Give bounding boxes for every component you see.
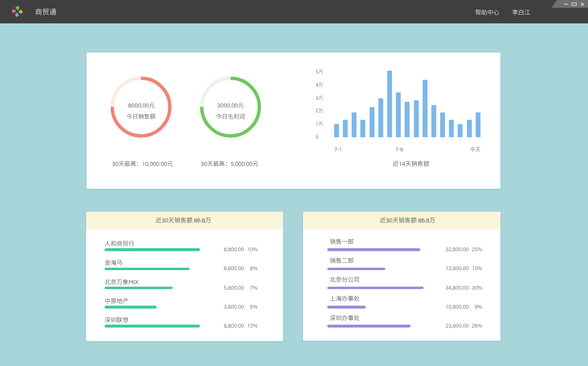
row-bar [105,248,200,251]
bar [449,120,454,138]
sales-gauge-label: 今日销售额 [126,114,156,120]
profit-gauge-value: 3000.00元 [217,103,244,109]
sales-gauge-caption: 30天最高：10,000.00元 [112,161,173,167]
user-menu[interactable]: 李白江 [512,10,530,16]
profit-gauge-caption: 30天最高：5,000.00元 [201,161,259,167]
row-label: 人和商贸行 [105,241,135,247]
row-value: 8,800.00 [224,323,244,329]
row-bar [327,268,385,271]
close-icon [580,2,585,6]
maximize-button[interactable] [570,0,578,8]
y-axis-label: 5万 [316,70,323,74]
row-label: 销售二部 [330,258,354,264]
row-label: 深圳联想 [105,317,128,323]
chart-title: 近14天销售额 [392,161,429,167]
minimize-button[interactable] [562,0,570,8]
row-percent: 26% [472,323,482,329]
bar [467,120,472,138]
row-bar [105,325,200,328]
row-percent: 10% [472,266,482,271]
bar [387,71,392,137]
bar [352,112,356,138]
close-button[interactable] [578,0,587,8]
row-label: 北京分公司 [330,277,360,283]
row-label: 金海马 [105,260,123,266]
profit-gauge-label: 今日毛利润 [216,114,245,120]
y-axis-label: 2万 [316,109,323,113]
row-bar [327,306,366,309]
row-bar [105,306,157,309]
row-percent: 10% [247,323,258,329]
overview-card [87,53,500,189]
bar [370,107,374,138]
x-axis-label: 7-8 [395,147,403,152]
title-bar: 商贸通 帮助中心 李白江 [0,0,588,23]
bar [414,100,419,137]
bar [458,124,463,137]
bar [334,124,339,137]
row-percent: 5% [250,304,258,310]
bar [343,120,348,138]
row-value: 3,800.00 [224,304,244,310]
sales-gauge-value: 8000.00元 [128,103,155,109]
bar [423,80,428,137]
row-percent: 8% [250,266,258,271]
x-axis-label: 7-1 [334,147,342,152]
row-label: 深圳办事处 [330,315,360,321]
row-value: 23,800.00 [445,323,469,329]
y-axis-label: 4万 [316,83,323,88]
row-percent: 30% [472,285,482,291]
row-value: 10,800.00 [445,304,469,310]
x-axis-label: 今天 [470,147,481,152]
bar [405,102,410,137]
app-logo-icon [11,5,23,18]
bar [431,105,436,138]
row-value: 32,800.00 [445,247,469,252]
y-axis-label: 1万 [316,122,323,127]
row-percent: 9% [475,304,482,310]
bar [378,98,383,137]
minimize-icon [564,2,569,6]
card-title: 近30天销售额 86.8万 [379,218,435,224]
row-bar [105,268,190,271]
row-value: 12,800.00 [445,266,469,271]
departments-card [303,212,500,341]
row-bar [327,248,420,251]
card-title: 近30天销售额 86.8万 [156,218,212,224]
y-axis-label: 3万 [316,96,323,101]
row-bar [105,287,173,290]
app-window: 商贸通 帮助中心 李白江 8000.00元 今日销售额 30天最高：10,000… [0,0,588,366]
row-label: 中原地产 [105,298,128,304]
row-percent: 7% [250,285,258,291]
row-bar [327,325,410,328]
row-label: 上海办事处 [330,296,360,302]
window-controls [562,0,587,8]
bar [360,120,365,138]
app-title: 商贸通 [35,9,56,16]
bar [440,112,445,138]
row-label: 销售一部 [330,239,354,245]
row-percent: 25% [472,247,482,252]
row-value: 8,800.00 [224,247,244,252]
row-value: 34,800.00 [445,285,469,291]
row-bar [327,287,424,290]
row-value: 5,800.00 [224,285,244,291]
row-percent: 10% [247,247,258,252]
maximize-icon [571,2,577,6]
bar [476,112,481,138]
bar [396,92,401,137]
row-label: 北京万象MIX [105,279,139,285]
row-value: 6,800.00 [224,266,244,271]
y-axis-label: 0 [316,135,318,140]
help-center-link[interactable]: 帮助中心 [475,10,499,16]
